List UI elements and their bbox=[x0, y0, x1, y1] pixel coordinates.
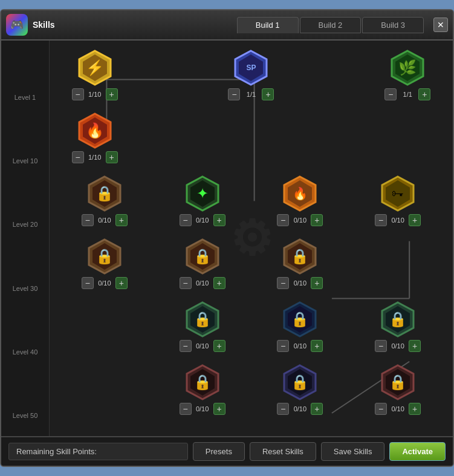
plus-btn-r2s6[interactable]: + bbox=[409, 214, 421, 226]
minus-btn-r4s4[interactable]: − bbox=[277, 340, 289, 352]
skill-icon-r0s4[interactable]: 🌿 bbox=[389, 50, 426, 86]
skill-row-1: 🔥 − 1/10 + bbox=[56, 112, 447, 163]
counter-val-r0s2: 1/1 bbox=[242, 91, 259, 98]
close-button[interactable]: ✕ bbox=[433, 18, 448, 32]
window-title: Skills bbox=[33, 20, 55, 30]
counter-val-r2s4: 0/10 bbox=[291, 217, 308, 224]
counter-val-r3s2: 0/10 bbox=[194, 279, 211, 287]
plus-btn-r5s4[interactable]: + bbox=[311, 403, 323, 415]
skill-slot-r2s2: ✦ − 0/10 + bbox=[169, 175, 236, 226]
skill-icon-r3s4[interactable]: 🔒 bbox=[282, 238, 318, 275]
tab-build1[interactable]: Build 1 bbox=[237, 17, 299, 33]
plus-btn-r0s2[interactable]: + bbox=[262, 88, 274, 100]
plus-btn-r3s0[interactable]: + bbox=[115, 277, 128, 289]
minus-btn-r2s6[interactable]: − bbox=[375, 214, 387, 226]
skill-row-5: 🔒 − 0/10 + 🔒 − 0/10 bbox=[56, 364, 447, 415]
skill-slot-r2s6: 🗝 − 0/10 + bbox=[365, 175, 431, 226]
tab-build2[interactable]: Build 2 bbox=[300, 17, 362, 33]
reset-skills-button[interactable]: Reset Skills bbox=[250, 442, 316, 461]
skill-icon-r0s0[interactable]: ⚡ bbox=[77, 50, 113, 86]
counter-val-r5s2: 0/10 bbox=[194, 405, 211, 412]
skill-icon-r0s2[interactable]: SP bbox=[233, 50, 269, 86]
skill-emoji-r3s4: 🔒 bbox=[291, 248, 309, 265]
plus-btn-r4s4[interactable]: + bbox=[311, 340, 323, 352]
skill-slot-r4s6: 🔒 − 0/10 + bbox=[365, 301, 431, 352]
plus-btn-r0s4[interactable]: + bbox=[418, 88, 430, 100]
plus-btn-r2s2[interactable]: + bbox=[213, 214, 225, 226]
skill-slot-r4s2: 🔒 − 0/10 + bbox=[169, 301, 236, 352]
plus-btn-r5s2[interactable]: + bbox=[213, 403, 225, 415]
minus-btn-r1s0[interactable]: − bbox=[72, 151, 84, 163]
level-1-label: Level 1 bbox=[1, 89, 49, 106]
skill-counter-r2s6: − 0/10 + bbox=[375, 214, 421, 226]
plus-btn-r5s6[interactable]: + bbox=[409, 403, 421, 415]
plus-btn-r4s2[interactable]: + bbox=[213, 340, 225, 352]
minus-btn-r0s2[interactable]: − bbox=[228, 88, 240, 100]
skill-icon-r2s4[interactable]: 🔥 bbox=[282, 175, 318, 212]
skill-row-4: 🔒 − 0/10 + 🔒 − 0/10 bbox=[56, 301, 447, 352]
skill-icon-r1s0[interactable]: 🔥 bbox=[77, 112, 113, 149]
plus-btn-r4s6[interactable]: + bbox=[409, 340, 421, 352]
skill-emoji-r0s0: ⚡ bbox=[86, 59, 104, 76]
skill-icon-r4s6[interactable]: 🔒 bbox=[380, 301, 416, 337]
minus-btn-r4s6[interactable]: − bbox=[375, 340, 387, 352]
minus-btn-r3s4[interactable]: − bbox=[277, 277, 289, 289]
skill-emoji-r5s2: 🔒 bbox=[193, 374, 212, 391]
minus-btn-r5s6[interactable]: − bbox=[375, 403, 387, 415]
skill-icon-r2s2[interactable]: ✦ bbox=[184, 175, 221, 212]
plus-btn-r2s0[interactable]: + bbox=[115, 214, 128, 226]
counter-val-r3s4: 0/10 bbox=[291, 279, 308, 287]
counter-val-r0s4: 1/1 bbox=[399, 91, 416, 98]
skill-icon-r5s4[interactable]: 🔒 bbox=[282, 364, 318, 400]
skill-emoji-r3s0: 🔒 bbox=[96, 248, 114, 265]
skill-icon-r4s4[interactable]: 🔒 bbox=[282, 301, 318, 337]
skill-icon-r5s2[interactable]: 🔒 bbox=[184, 364, 221, 400]
skill-counter-r0s4: − 1/1 + bbox=[384, 88, 430, 100]
minus-btn-r2s4[interactable]: − bbox=[277, 214, 289, 226]
skill-icon-r3s0[interactable]: 🔒 bbox=[86, 238, 123, 275]
skill-icon-r2s6[interactable]: 🗝 bbox=[380, 175, 416, 212]
activate-button[interactable]: Activate bbox=[389, 442, 446, 461]
minus-btn-r5s4[interactable]: − bbox=[277, 403, 289, 415]
level-20-label: Level 20 bbox=[1, 216, 49, 233]
skill-emoji-r0s4: 🌿 bbox=[398, 59, 417, 76]
skill-counter-r2s4: − 0/10 + bbox=[277, 214, 323, 226]
skill-counter-r2s0: − 0/10 + bbox=[82, 214, 128, 226]
presets-button[interactable]: Presets bbox=[193, 442, 245, 461]
minus-btn-r0s0[interactable]: − bbox=[72, 88, 84, 100]
minus-btn-r5s2[interactable]: − bbox=[180, 403, 192, 415]
plus-btn-r0s0[interactable]: + bbox=[106, 88, 118, 100]
minus-btn-r3s0[interactable]: − bbox=[82, 277, 94, 289]
minus-btn-r2s0[interactable]: − bbox=[82, 214, 94, 226]
skill-icon-r3s2[interactable]: 🔒 bbox=[184, 238, 221, 275]
plus-btn-r2s4[interactable]: + bbox=[311, 214, 323, 226]
skill-counter-r4s6: − 0/10 + bbox=[375, 340, 421, 352]
skill-emoji-r2s2: ✦ bbox=[196, 185, 209, 202]
skill-emoji-r4s4: 🔒 bbox=[291, 311, 309, 328]
skill-counter-r1s0: − 1/10 + bbox=[72, 151, 118, 163]
skill-icon-r5s6[interactable]: 🔒 bbox=[380, 364, 416, 400]
counter-val-r1s0: 1/10 bbox=[86, 154, 103, 161]
skill-counter-r4s2: − 0/10 + bbox=[180, 340, 225, 352]
skill-slot-r5s4: 🔒 − 0/10 + bbox=[267, 364, 333, 415]
minus-btn-r3s2[interactable]: − bbox=[180, 277, 192, 289]
tab-build3[interactable]: Build 3 bbox=[362, 17, 424, 33]
counter-val-r0s0: 1/10 bbox=[86, 91, 103, 98]
counter-val-r5s6: 0/10 bbox=[389, 405, 406, 412]
plus-btn-r1s0[interactable]: + bbox=[106, 151, 118, 163]
skill-slot-r3s4: 🔒 − 0/10 + bbox=[267, 238, 333, 289]
skill-grid: ⚙ ⚡ bbox=[50, 41, 453, 436]
tab-bar: Build 1 Build 2 Build 3 bbox=[237, 17, 424, 33]
minus-btn-r4s2[interactable]: − bbox=[180, 340, 192, 352]
skill-slot-r0s0: ⚡ − 1/10 + bbox=[62, 50, 128, 100]
skill-slot-r5s6: 🔒 − 0/10 + bbox=[365, 364, 431, 415]
skill-icon-r2s0[interactable]: 🔒 bbox=[86, 175, 123, 212]
minus-btn-r0s4[interactable]: − bbox=[384, 88, 397, 100]
plus-btn-r3s2[interactable]: + bbox=[213, 277, 225, 289]
app-icon: 🎮 bbox=[6, 14, 28, 36]
skills-window: 🎮 Skills Build 1 Build 2 Build 3 ✕ Level… bbox=[0, 9, 454, 467]
minus-btn-r2s2[interactable]: − bbox=[180, 214, 192, 226]
save-skills-button[interactable]: Save Skills bbox=[321, 442, 385, 461]
skill-icon-r4s2[interactable]: 🔒 bbox=[184, 301, 221, 337]
plus-btn-r3s4[interactable]: + bbox=[311, 277, 323, 289]
